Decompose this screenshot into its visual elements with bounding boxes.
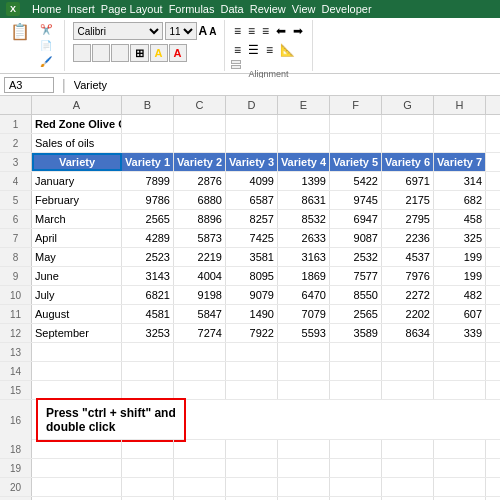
cell-empty[interactable] — [434, 478, 486, 496]
cell-empty[interactable] — [434, 362, 486, 380]
cell-empty[interactable] — [434, 381, 486, 399]
cell-f2[interactable] — [330, 134, 382, 152]
cell-value[interactable]: 3589 — [330, 324, 382, 342]
cell-month[interactable]: September — [32, 324, 122, 342]
cell-empty[interactable] — [226, 459, 278, 477]
cell-value[interactable]: 9079 — [226, 286, 278, 304]
cell-empty[interactable] — [278, 362, 330, 380]
cell-e2[interactable] — [278, 134, 330, 152]
cell-empty[interactable] — [122, 440, 174, 458]
cell-empty[interactable] — [32, 381, 122, 399]
cell-value[interactable]: 8095 — [226, 267, 278, 285]
cell-value[interactable]: 7274 — [174, 324, 226, 342]
cell-empty[interactable] — [330, 362, 382, 380]
cell-value[interactable]: 7425 — [226, 229, 278, 247]
cell-value[interactable]: 3581 — [226, 248, 278, 266]
cell-value[interactable]: 2219 — [174, 248, 226, 266]
formulas-tab-title[interactable]: Formulas — [169, 3, 215, 15]
cell-value[interactable]: 325 — [434, 229, 486, 247]
cell-value[interactable]: 8896 — [174, 210, 226, 228]
cell-value[interactable]: 458 — [434, 210, 486, 228]
developer-tab-title[interactable]: Developer — [321, 3, 371, 15]
cell-value[interactable]: 199 — [434, 248, 486, 266]
cell-empty[interactable] — [122, 478, 174, 496]
cell-empty[interactable] — [382, 381, 434, 399]
cell-value[interactable]: 1490 — [226, 305, 278, 323]
cut-button[interactable]: ✂️ — [36, 22, 58, 37]
cell-value[interactable]: 2565 — [330, 305, 382, 323]
cell-value[interactable]: 6880 — [174, 191, 226, 209]
cell-value[interactable]: 2523 — [122, 248, 174, 266]
cell-month[interactable]: February — [32, 191, 122, 209]
cell-value[interactable]: 8634 — [382, 324, 434, 342]
cell-value[interactable]: 2202 — [382, 305, 434, 323]
cell-h2[interactable] — [434, 134, 486, 152]
cell-value[interactable]: 9786 — [122, 191, 174, 209]
cell-value[interactable]: 3253 — [122, 324, 174, 342]
cell-empty[interactable] — [382, 343, 434, 361]
align-top-left-button[interactable]: ≡ — [231, 22, 244, 40]
cell-value[interactable]: 199 — [434, 267, 486, 285]
cell-a2[interactable]: Sales of oils — [32, 134, 122, 152]
cell-empty[interactable] — [330, 343, 382, 361]
bold-button[interactable] — [73, 44, 91, 62]
cell-value[interactable]: 8257 — [226, 210, 278, 228]
cell-h3[interactable]: Variety 7 — [434, 153, 486, 171]
cell-c1[interactable] — [174, 115, 226, 133]
cell-empty[interactable] — [174, 381, 226, 399]
cell-c3[interactable]: Variety 2 — [174, 153, 226, 171]
cell-b1[interactable] — [122, 115, 174, 133]
decrease-indent-button[interactable]: ⬅ — [273, 22, 289, 40]
cell-empty[interactable] — [122, 459, 174, 477]
cell-empty[interactable] — [174, 440, 226, 458]
cell-g1[interactable] — [382, 115, 434, 133]
cell-empty[interactable] — [278, 478, 330, 496]
cell-d2[interactable] — [226, 134, 278, 152]
cell-value[interactable]: 5422 — [330, 172, 382, 190]
wrap-text-button[interactable] — [231, 60, 241, 64]
cell-value[interactable]: 1399 — [278, 172, 330, 190]
cell-value[interactable]: 6947 — [330, 210, 382, 228]
format-painter-button[interactable]: 🖌️ — [36, 54, 58, 69]
cell-empty[interactable] — [122, 362, 174, 380]
cell-g2[interactable] — [382, 134, 434, 152]
cell-value[interactable]: 339 — [434, 324, 486, 342]
cell-e3[interactable]: Variety 4 — [278, 153, 330, 171]
cell-value[interactable]: 2565 — [122, 210, 174, 228]
cell-empty[interactable] — [226, 362, 278, 380]
cell-value[interactable]: 5873 — [174, 229, 226, 247]
cell-value[interactable]: 8631 — [278, 191, 330, 209]
align-top-center-button[interactable]: ≡ — [245, 22, 258, 40]
cell-value[interactable]: 4004 — [174, 267, 226, 285]
cell-d1[interactable] — [226, 115, 278, 133]
font-name-select[interactable]: Calibri — [73, 22, 163, 40]
cell-empty[interactable] — [434, 440, 486, 458]
cell-a1[interactable]: Red Zone Olive Oil Company — [32, 115, 122, 133]
cell-empty[interactable] — [382, 440, 434, 458]
view-tab-title[interactable]: View — [292, 3, 316, 15]
cell-month[interactable]: August — [32, 305, 122, 323]
cell-value[interactable]: 9087 — [330, 229, 382, 247]
cell-value[interactable]: 4289 — [122, 229, 174, 247]
cell-value[interactable]: 2633 — [278, 229, 330, 247]
cell-reference-box[interactable] — [4, 77, 54, 93]
font-color-button[interactable]: A — [169, 44, 187, 62]
col-header-c[interactable]: C — [174, 96, 226, 114]
cell-value[interactable]: 2876 — [174, 172, 226, 190]
cell-value[interactable]: 7079 — [278, 305, 330, 323]
insert-tab-title[interactable]: Insert — [67, 3, 95, 15]
cell-empty[interactable] — [278, 381, 330, 399]
cell-empty[interactable] — [226, 478, 278, 496]
align-left-button[interactable]: ≡ — [231, 41, 244, 59]
cell-empty[interactable] — [330, 381, 382, 399]
cell-value[interactable]: 1869 — [278, 267, 330, 285]
cell-month[interactable]: May — [32, 248, 122, 266]
review-tab-title[interactable]: Review — [250, 3, 286, 15]
col-header-f[interactable]: F — [330, 96, 382, 114]
cell-value[interactable]: 2795 — [382, 210, 434, 228]
cell-value[interactable]: 7976 — [382, 267, 434, 285]
cell-value[interactable]: 8550 — [330, 286, 382, 304]
cell-empty[interactable] — [32, 440, 122, 458]
col-header-h[interactable]: H — [434, 96, 486, 114]
cell-value[interactable]: 4581 — [122, 305, 174, 323]
